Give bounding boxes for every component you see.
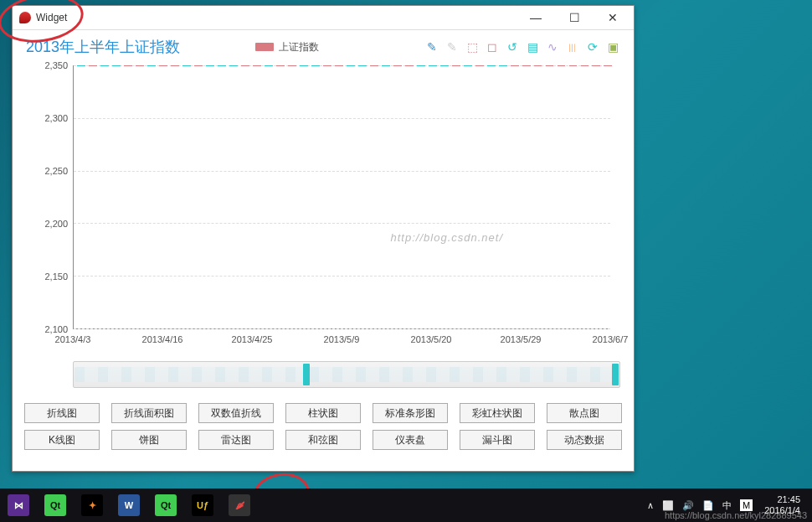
- plot-area[interactable]: 2,1002,1502,2002,2502,3002,350 2013/4/32…: [26, 65, 620, 354]
- zoom-handle-right[interactable]: [612, 364, 619, 385]
- chart-type-button[interactable]: 折线面积图: [111, 403, 187, 423]
- chart-type-button[interactable]: 彩虹柱状图: [460, 403, 535, 423]
- page-watermark: https://blog.csdn.net/kyl282889543: [665, 510, 807, 520]
- y-tick-label: 2,150: [44, 271, 68, 282]
- button-panel: 折线图折线面积图双数值折线柱状图标准条形图彩虹柱状图散点图 K线图饼图雷达图和弦…: [13, 403, 634, 458]
- chili-icon[interactable]: ✦: [74, 488, 110, 522]
- tray-network-icon[interactable]: ⬜: [662, 500, 674, 511]
- maximize-button[interactable]: ☐: [555, 6, 594, 29]
- vs-icon[interactable]: ⋈: [0, 488, 37, 522]
- x-tick-label: 2013/4/16: [142, 334, 183, 344]
- chart-toolbox: ✎✎⬚◻↺▤∿⫼⟳▣: [424, 39, 620, 54]
- tray-action-icon[interactable]: 📄: [702, 500, 714, 511]
- chart-type-button[interactable]: 双数值折线: [198, 403, 274, 423]
- restore-icon[interactable]: ⟳: [585, 39, 600, 54]
- tray-volume-icon[interactable]: 🔊: [682, 500, 694, 511]
- x-tick-label: 2013/5/9: [324, 334, 360, 344]
- bar-chart-icon[interactable]: ⫼: [565, 39, 580, 54]
- desktop: Widget — ☐ ✕ 2013年上半年上证指数 上证指数 ✎✎⬚◻↺▤∿⫼⟳…: [0, 0, 812, 522]
- zoom-reset-icon[interactable]: ✎: [445, 39, 460, 54]
- chart-type-button[interactable]: 动态数据: [547, 430, 622, 450]
- chart-title: 2013年上半年上证指数: [26, 37, 180, 57]
- minimize-button[interactable]: —: [516, 6, 555, 29]
- clock-time: 21:45: [764, 494, 800, 505]
- zoom-handle-left[interactable]: [303, 364, 310, 385]
- legend-label: 上证指数: [279, 40, 319, 54]
- data-icon[interactable]: ▤: [525, 39, 540, 54]
- title-bar[interactable]: Widget — ☐ ✕: [13, 6, 634, 30]
- chart-type-button[interactable]: 散点图: [547, 403, 622, 423]
- x-tick-label: 2013/4/25: [232, 334, 273, 344]
- app-chili-icon: [19, 12, 31, 23]
- x-tick-label: 2013/4/3: [55, 334, 91, 344]
- x-axis: 2013/4/32013/4/162013/4/252013/5/92013/5…: [73, 334, 610, 348]
- candle-series: [73, 65, 610, 329]
- chart-type-button[interactable]: 折线图: [24, 403, 100, 423]
- chart-type-button[interactable]: 标准条形图: [373, 403, 448, 423]
- chart-type-button[interactable]: 和弦图: [285, 430, 361, 450]
- chart-type-button[interactable]: 柱状图: [285, 403, 361, 423]
- tray-m-icon[interactable]: M: [740, 499, 753, 511]
- chart-type-button[interactable]: 雷达图: [198, 430, 274, 450]
- chart-type-button[interactable]: 漏斗图: [460, 430, 535, 450]
- chart-type-button[interactable]: 饼图: [111, 430, 187, 450]
- window-title: Widget: [36, 12, 516, 23]
- x-tick-label: 2013/5/20: [411, 334, 452, 344]
- edit-icon[interactable]: ✎: [424, 39, 439, 54]
- qt2-icon[interactable]: Qt: [147, 488, 184, 522]
- ue-icon[interactable]: Uƒ: [184, 488, 221, 522]
- y-axis: 2,1002,1502,2002,2502,3002,350: [26, 65, 73, 329]
- data-view-icon[interactable]: ⬚: [465, 39, 480, 54]
- y-tick-label: 2,250: [44, 166, 68, 176]
- chart-legend[interactable]: 上证指数: [255, 40, 319, 54]
- chart-type-button[interactable]: K线图: [24, 430, 100, 450]
- app-window: Widget — ☐ ✕ 2013年上半年上证指数 上证指数 ✎✎⬚◻↺▤∿⫼⟳…: [12, 5, 635, 472]
- chart-panel: 2013年上半年上证指数 上证指数 ✎✎⬚◻↺▤∿⫼⟳▣ 2,1002,1502…: [13, 30, 634, 396]
- word-icon[interactable]: W: [110, 488, 147, 522]
- y-tick-label: 2,200: [44, 219, 68, 229]
- app-icon[interactable]: 🌶: [221, 488, 258, 522]
- legend-marker-icon: [255, 43, 274, 51]
- line-chart-icon[interactable]: ∿: [545, 39, 560, 54]
- y-tick-label: 2,350: [44, 60, 68, 70]
- data-zoom-slider[interactable]: [73, 361, 620, 388]
- tray-chevron-icon[interactable]: ∧: [647, 500, 654, 511]
- save-icon[interactable]: ▣: [605, 39, 620, 54]
- y-tick-label: 2,300: [44, 113, 68, 123]
- x-tick-label: 2013/5/29: [501, 334, 542, 344]
- zoom-back-icon[interactable]: ↺: [505, 39, 520, 54]
- chart-watermark: http://blog.csdn.net/: [391, 231, 503, 244]
- chart-type-button[interactable]: 仪表盘: [373, 430, 448, 450]
- rect-zoom-icon[interactable]: ◻: [485, 39, 500, 54]
- x-tick-label: 2013/6/7: [593, 334, 629, 344]
- qt-icon[interactable]: Qt: [37, 488, 74, 522]
- close-button[interactable]: ✕: [594, 6, 632, 29]
- y-tick-label: 2,100: [44, 324, 68, 334]
